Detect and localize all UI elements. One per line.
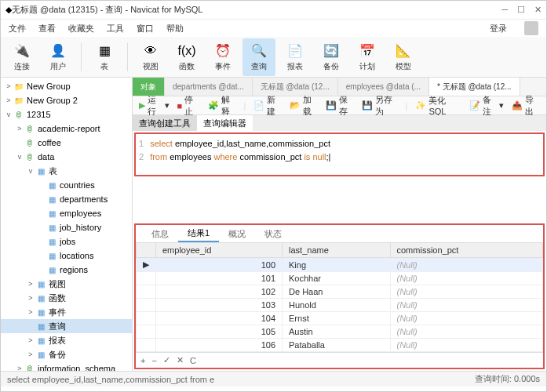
toolbar-事件[interactable]: ⏰事件 [206,38,239,76]
tree-New Group 2[interactable]: >📁New Group 2 [1,93,132,107]
视图-icon: 👁 [142,42,159,60]
表-icon: ▦ [96,42,113,60]
main-toolbar: 🔌连接👤用户▦表👁视图f(x)函数⏰事件🔍查询📄报表🔄备份📅计划📐模型 [1,37,546,78]
tree-表[interactable]: v▦表 [1,164,132,178]
result-tab[interactable]: 状态 [255,225,291,242]
menu-5[interactable]: 帮助 [166,23,184,34]
menu-2[interactable]: 收藏夹 [68,23,94,34]
备份-icon: 🔄 [323,42,340,60]
query-time: 查询时间: 0.000s [475,373,540,385]
sql-editor[interactable]: 1select employee_id,last_name,commission… [134,132,545,176]
tree-备份[interactable]: >▦备份 [1,347,132,361]
avatar[interactable] [524,21,538,35]
table-row[interactable]: 101Kochhar(Null) [137,272,543,285]
计划-icon: 📅 [359,42,376,60]
tree-countries[interactable]: ▦countries [1,178,132,192]
toolbar-视图[interactable]: 👁视图 [134,38,167,76]
toolbar-查询[interactable]: 🔍查询 [243,38,275,76]
results-grid[interactable]: employee_idlast_namecommission_pct▶100Ki… [136,242,543,352]
tree-jobs[interactable]: ▦jobs [1,234,132,249]
table-row[interactable]: 103Hunold(Null) [137,299,543,312]
table-row[interactable]: 105Austin(Null) [137,325,543,339]
subtab[interactable]: 查询创建工具 [133,115,197,131]
close-button[interactable]: ✕ [534,5,542,15]
save-button[interactable]: 💾保存 [326,94,354,118]
col-last_name[interactable]: last_name [283,243,390,258]
explain-button[interactable]: 🧩解释 [208,94,236,118]
window-controls: ─ ☐ ✕ [501,5,542,15]
query-subtabs: 查询创建工具查询编辑器 [133,115,546,131]
table-row[interactable]: ▶100King(Null) [137,258,543,272]
export-button[interactable]: 📤导出 [512,94,540,118]
tree-报表[interactable]: >▦报表 [1,333,132,347]
menu-0[interactable]: 文件 [9,23,26,34]
subtab[interactable]: 查询编辑器 [197,115,253,131]
tree-coffee[interactable]: 🛢coffee [1,136,132,150]
window-title: 无标题 @data (12315) - 查询 - Navicat for MyS… [12,4,501,16]
tree-data[interactable]: v🛢data [1,150,132,164]
toolbar-报表[interactable]: 📄报表 [279,38,312,76]
table-row[interactable]: 104Ernst(Null) [137,312,543,325]
tree-information_schema[interactable]: >🛢information_schema [1,361,132,371]
tree-12315[interactable]: v🛢12315 [1,107,132,122]
table-row[interactable]: 102De Haan(Null) [137,285,543,299]
result-tab[interactable]: 概况 [219,225,255,242]
tree-employees[interactable]: ▦employees [1,206,132,220]
模型-icon: 📐 [395,42,412,60]
toolbar-表[interactable]: ▦表 [88,38,121,76]
result-tab[interactable]: 结果1 [178,225,219,242]
result-tab[interactable]: 信息 [142,225,178,242]
tree-job_history[interactable]: ▦job_history [1,220,132,234]
事件-icon: ⏰ [214,42,232,60]
results-panel: 信息结果1概况状态 employee_idlast_namecommission… [134,223,545,369]
beautify-button[interactable]: ✨美化 SQL [415,95,461,116]
grid-toolbar: +−✓✕C [136,352,543,368]
函数-icon: f(x) [178,42,195,60]
grid-btn[interactable]: ✕ [177,355,184,365]
tree-视图[interactable]: >▦视图 [1,277,132,291]
toolbar-函数[interactable]: f(x)函数 [170,38,203,76]
grid-btn[interactable]: ✓ [163,355,170,365]
tree-事件[interactable]: >▦事件 [1,305,132,319]
报表-icon: 📄 [286,42,304,60]
table-row[interactable]: 106Pataballa(Null) [137,339,543,352]
menu-4[interactable]: 窗口 [137,23,154,34]
col-employee_id[interactable]: employee_id [156,243,283,258]
tree-New Group[interactable]: >📁New Group [1,79,132,93]
maximize-button[interactable]: ☐ [517,5,525,15]
status-text: select employee_id,last_name,commission_… [7,375,214,384]
stop-button[interactable]: ■停止 [177,94,200,118]
load-button[interactable]: 📂加载 [290,94,318,118]
minimize-button[interactable]: ─ [501,5,508,15]
tree-academic-report[interactable]: >🛢academic-report [1,122,132,136]
note-button[interactable]: 📝备注 ▾ [469,94,504,118]
toolbar-模型[interactable]: 📐模型 [387,38,420,76]
new-button[interactable]: 📄新建 [253,94,282,118]
menu-1[interactable]: 查看 [38,23,56,34]
tree-函数[interactable]: >▦函数 [1,291,132,305]
menu-bar: 文件查看收藏夹工具窗口帮助登录 [1,20,546,37]
用户-icon: 👤 [49,42,67,60]
status-bar: select employee_id,last_name,commission_… [1,371,546,387]
tree-regions[interactable]: ▦regions [1,263,132,277]
查询-icon: 🔍 [250,42,268,60]
grid-btn[interactable]: + [140,356,145,365]
run-button[interactable]: ▶运行 ▾ [139,94,170,118]
login-link[interactable]: 登录 [490,23,507,34]
tree-departments[interactable]: ▦departments [1,192,132,206]
query-toolbar: ▶运行 ▾ ■停止 🧩解释 | 📄新建 📂加载 💾保存 💾另存为 | ✨美化 S… [133,96,546,115]
toolbar-用户[interactable]: 👤用户 [42,38,75,76]
grid-btn[interactable]: − [151,356,156,365]
saveas-button[interactable]: 💾另存为 [362,94,398,118]
连接-icon: 🔌 [13,42,31,60]
tree-locations[interactable]: ▦locations [1,249,132,263]
col-commission_pct[interactable]: commission_pct [390,243,543,258]
toolbar-备份[interactable]: 🔄备份 [315,38,348,76]
sidebar-tree[interactable]: >📁New Group>📁New Group 2v🛢12315>🛢academi… [1,78,133,371]
toolbar-计划[interactable]: 📅计划 [351,38,384,76]
grid-btn[interactable]: C [190,356,196,365]
toolbar-连接[interactable]: 🔌连接 [5,38,38,76]
menu-3[interactable]: 工具 [107,23,124,34]
tree-查询[interactable]: ▦查询 [1,319,132,333]
app-icon: ◆ [5,5,12,15]
